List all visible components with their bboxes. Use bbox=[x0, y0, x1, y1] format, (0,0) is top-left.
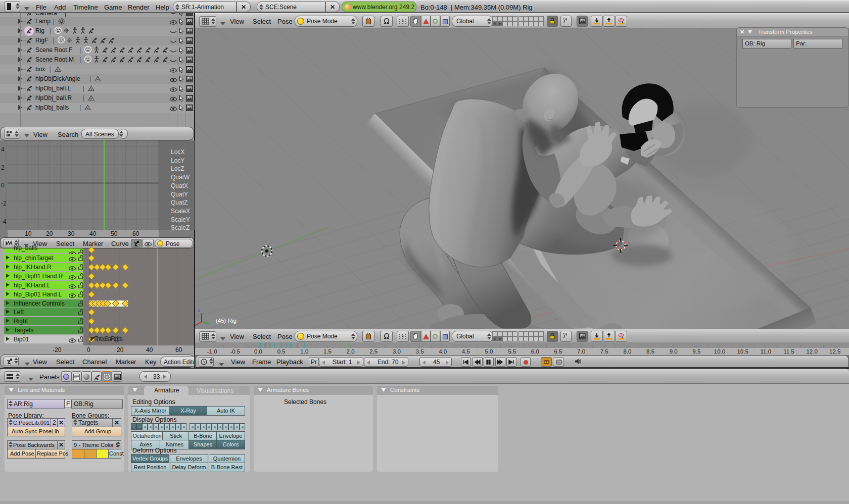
svg-text:z: z bbox=[198, 308, 201, 313]
svg-text:(45) Rig: (45) Rig bbox=[216, 318, 237, 324]
